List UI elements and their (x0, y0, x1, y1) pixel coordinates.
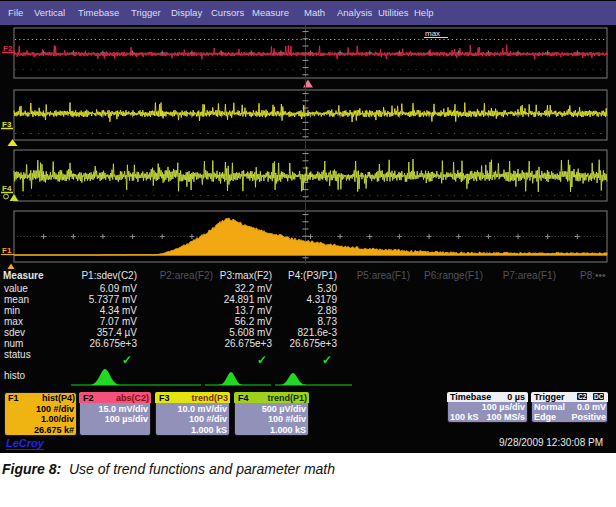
svg-text:max: max (425, 29, 440, 38)
svg-text:F3: F3 (2, 120, 12, 129)
svg-text:F1: F1 (2, 246, 12, 255)
svg-text:F4: F4 (2, 184, 12, 193)
svg-text:F2: F2 (3, 44, 13, 53)
